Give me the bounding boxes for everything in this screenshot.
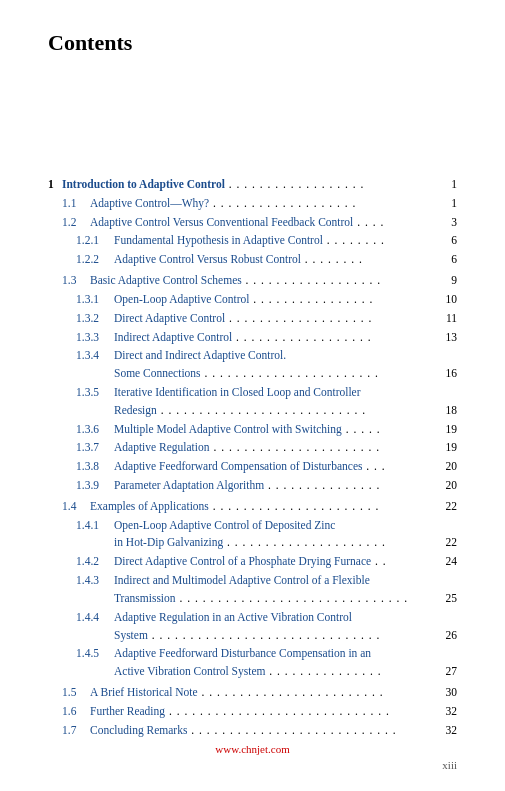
- toc-row-1-4-5: 1.4.5 Adaptive Feedforward Disturbance C…: [48, 645, 457, 681]
- toc-row-1-3-6: 1.3.6 Multiple Model Adaptive Control wi…: [48, 421, 457, 439]
- subsec-1-4-2-title: Direct Adaptive Control of a Phosphate D…: [114, 553, 457, 571]
- toc-row-1-3-7: 1.3.7 Adaptive Regulation . . . . . . . …: [48, 439, 457, 457]
- subsec-1-4-3-line2: Transmission: [114, 590, 176, 608]
- toc-row-1-5: 1.5 A Brief Historical Note . . . . . . …: [48, 684, 457, 702]
- subsec-num-1-4-3: 1.4.3: [76, 572, 114, 590]
- subsec-1-4-1-line1: Open-Loop Adaptive Control of Deposited …: [114, 517, 335, 535]
- subsec-1-2-2-title: Adaptive Control Versus Robust Control .…: [114, 251, 457, 269]
- footer-page-number: xiii: [48, 759, 457, 771]
- subsec-1-3-3-title: Indirect Adaptive Control . . . . . . . …: [114, 329, 457, 347]
- page-title: Contents: [48, 30, 457, 56]
- subsec-num-1-3-9: 1.3.9: [76, 477, 114, 495]
- section-num-1-4: 1.4: [62, 498, 90, 516]
- subsec-1-3-7-title: Adaptive Regulation . . . . . . . . . . …: [114, 439, 457, 457]
- subsec-num-1-4-1: 1.4.1: [76, 517, 114, 535]
- toc-row-1-4-2: 1.4.2 Direct Adaptive Control of a Phosp…: [48, 553, 457, 571]
- subsec-1-3-5-line1: Iterative Identification in Closed Loop …: [114, 384, 361, 402]
- subsec-1-4-3-line1: Indirect and Multimodel Adaptive Control…: [114, 572, 370, 590]
- section-1-3-title: Basic Adaptive Control Schemes . . . . .…: [90, 272, 457, 290]
- subsec-1-3-5-line2: Redesign: [114, 402, 157, 420]
- subsec-1-3-8-title: Adaptive Feedforward Compensation of Dis…: [114, 458, 457, 476]
- bottom-area: www.chnjet.com xiii: [48, 723, 457, 771]
- toc-row-1-6: 1.6 Further Reading . . . . . . . . . . …: [48, 703, 457, 721]
- subsec-1-3-9-title: Parameter Adaptation Algorithm . . . . .…: [114, 477, 457, 495]
- subsec-1-4-4-line1: Adaptive Regulation in an Active Vibrati…: [114, 609, 352, 627]
- subsec-num-1-3-4: 1.3.4: [76, 347, 114, 365]
- toc-row-1-3-4: 1.3.4 Direct and Indirect Adaptive Contr…: [48, 347, 457, 383]
- chapter-1-title: Introduction to Adaptive Control . . . .…: [62, 176, 457, 194]
- subsec-num-1-2-2: 1.2.2: [76, 251, 114, 269]
- toc-row-1-3-3: 1.3.3 Indirect Adaptive Control . . . . …: [48, 329, 457, 347]
- subsec-num-1-4-2: 1.4.2: [76, 553, 114, 571]
- subsec-num-1-3-2: 1.3.2: [76, 310, 114, 328]
- section-1-5-title: A Brief Historical Note . . . . . . . . …: [90, 684, 457, 702]
- toc-row-1-3-8: 1.3.8 Adaptive Feedforward Compensation …: [48, 458, 457, 476]
- section-num-1-1: 1.1: [62, 195, 90, 213]
- section-1-1-title: Adaptive Control—Why? . . . . . . . . . …: [90, 195, 457, 213]
- subsec-num-1-3-7: 1.3.7: [76, 439, 114, 457]
- subsec-num-1-3-8: 1.3.8: [76, 458, 114, 476]
- subsec-num-1-4-4: 1.4.4: [76, 609, 114, 627]
- section-1-6-title: Further Reading . . . . . . . . . . . . …: [90, 703, 457, 721]
- subsec-1-3-2-title: Direct Adaptive Control . . . . . . . . …: [114, 310, 457, 328]
- section-1-2-title: Adaptive Control Versus Conventional Fee…: [90, 214, 457, 232]
- subsec-num-1-3-5: 1.3.5: [76, 384, 114, 402]
- toc-row-1-4-3: 1.4.3 Indirect and Multimodel Adaptive C…: [48, 572, 457, 608]
- toc-row-1-4: 1.4 Examples of Applications . . . . . .…: [48, 498, 457, 516]
- toc-row-1-2: 1.2 Adaptive Control Versus Conventional…: [48, 214, 457, 232]
- subsec-1-4-5-line1: Adaptive Feedforward Disturbance Compens…: [114, 645, 371, 663]
- toc-row-1-3-2: 1.3.2 Direct Adaptive Control . . . . . …: [48, 310, 457, 328]
- website-link: www.chnjet.com: [48, 743, 457, 755]
- subsec-1-4-1-line2: in Hot-Dip Galvanizing: [114, 534, 223, 552]
- subsec-num-1-3-6: 1.3.6: [76, 421, 114, 439]
- toc-row-1-3: 1.3 Basic Adaptive Control Schemes . . .…: [48, 272, 457, 290]
- section-num-1-3: 1.3: [62, 272, 90, 290]
- subsec-1-4-4-line2: System: [114, 627, 148, 645]
- subsec-1-3-1-title: Open-Loop Adaptive Control . . . . . . .…: [114, 291, 457, 309]
- subsec-num-1-3-1: 1.3.1: [76, 291, 114, 309]
- subsec-1-3-4-line2: Some Connections: [114, 365, 201, 383]
- subsec-num-1-2-1: 1.2.1: [76, 232, 114, 250]
- toc-row-1-2-2: 1.2.2 Adaptive Control Versus Robust Con…: [48, 251, 457, 269]
- subsec-1-3-6-title: Multiple Model Adaptive Control with Swi…: [114, 421, 457, 439]
- toc-row-1-3-9: 1.3.9 Parameter Adaptation Algorithm . .…: [48, 477, 457, 495]
- toc-row-1-1: 1.1 Adaptive Control—Why? . . . . . . . …: [48, 195, 457, 213]
- toc-row-1-2-1: 1.2.1 Fundamental Hypothesis in Adaptive…: [48, 232, 457, 250]
- toc-row-chapter-1: 1 Introduction to Adaptive Control . . .…: [48, 176, 457, 194]
- section-1-4-title: Examples of Applications . . . . . . . .…: [90, 498, 457, 516]
- toc-row-1-3-5: 1.3.5 Iterative Identification in Closed…: [48, 384, 457, 420]
- subsec-1-4-5-line2: Active Vibration Control System: [114, 663, 265, 681]
- page: Contents 1 Introduction to Adaptive Cont…: [0, 0, 505, 791]
- subsec-1-3-4-line1: Direct and Indirect Adaptive Control.: [114, 347, 286, 365]
- subsec-num-1-4-5: 1.4.5: [76, 645, 114, 663]
- toc-row-1-4-4: 1.4.4 Adaptive Regulation in an Active V…: [48, 609, 457, 645]
- section-num-1-6: 1.6: [62, 703, 90, 721]
- subsec-num-1-3-3: 1.3.3: [76, 329, 114, 347]
- section-num-1-5: 1.5: [62, 684, 90, 702]
- chapter-num-1: 1: [48, 176, 62, 194]
- toc-row-1-3-1: 1.3.1 Open-Loop Adaptive Control . . . .…: [48, 291, 457, 309]
- toc-row-1-4-1: 1.4.1 Open-Loop Adaptive Control of Depo…: [48, 517, 457, 553]
- table-of-contents: 1 Introduction to Adaptive Control . . .…: [48, 176, 457, 739]
- subsec-1-2-1-title: Fundamental Hypothesis in Adaptive Contr…: [114, 232, 457, 250]
- section-num-1-2: 1.2: [62, 214, 90, 232]
